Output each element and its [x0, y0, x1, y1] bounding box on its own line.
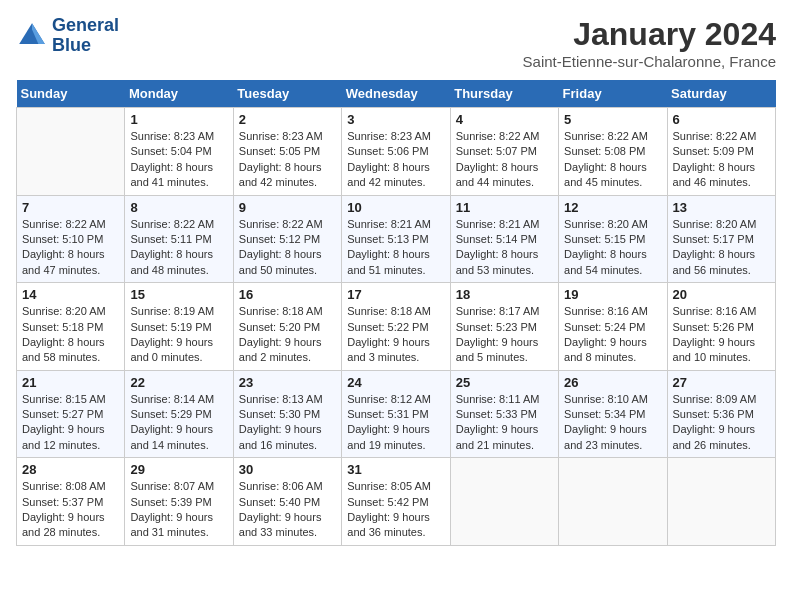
- calendar-cell: 25Sunrise: 8:11 AMSunset: 5:33 PMDayligh…: [450, 370, 558, 458]
- day-info: Sunrise: 8:17 AMSunset: 5:23 PMDaylight:…: [456, 304, 553, 366]
- day-number: 12: [564, 200, 661, 215]
- day-info: Sunrise: 8:23 AMSunset: 5:05 PMDaylight:…: [239, 129, 336, 191]
- calendar-cell: 11Sunrise: 8:21 AMSunset: 5:14 PMDayligh…: [450, 195, 558, 283]
- calendar-cell: 6Sunrise: 8:22 AMSunset: 5:09 PMDaylight…: [667, 108, 775, 196]
- page-header: General Blue January 2024 Saint-Etienne-…: [16, 16, 776, 70]
- day-info: Sunrise: 8:22 AMSunset: 5:12 PMDaylight:…: [239, 217, 336, 279]
- day-info: Sunrise: 8:20 AMSunset: 5:17 PMDaylight:…: [673, 217, 770, 279]
- calendar-cell: 19Sunrise: 8:16 AMSunset: 5:24 PMDayligh…: [559, 283, 667, 371]
- day-number: 9: [239, 200, 336, 215]
- day-number: 31: [347, 462, 444, 477]
- weekday-header: Tuesday: [233, 80, 341, 108]
- day-number: 14: [22, 287, 119, 302]
- calendar-cell: 30Sunrise: 8:06 AMSunset: 5:40 PMDayligh…: [233, 458, 341, 546]
- day-number: 10: [347, 200, 444, 215]
- calendar-table: SundayMondayTuesdayWednesdayThursdayFrid…: [16, 80, 776, 546]
- calendar-cell: [17, 108, 125, 196]
- day-number: 30: [239, 462, 336, 477]
- calendar-cell: [667, 458, 775, 546]
- day-number: 28: [22, 462, 119, 477]
- day-number: 3: [347, 112, 444, 127]
- weekday-header-row: SundayMondayTuesdayWednesdayThursdayFrid…: [17, 80, 776, 108]
- month-title: January 2024: [523, 16, 776, 53]
- calendar-cell: 16Sunrise: 8:18 AMSunset: 5:20 PMDayligh…: [233, 283, 341, 371]
- day-number: 25: [456, 375, 553, 390]
- day-info: Sunrise: 8:19 AMSunset: 5:19 PMDaylight:…: [130, 304, 227, 366]
- calendar-cell: 26Sunrise: 8:10 AMSunset: 5:34 PMDayligh…: [559, 370, 667, 458]
- weekday-header: Friday: [559, 80, 667, 108]
- weekday-header: Thursday: [450, 80, 558, 108]
- day-info: Sunrise: 8:06 AMSunset: 5:40 PMDaylight:…: [239, 479, 336, 541]
- day-number: 5: [564, 112, 661, 127]
- day-number: 11: [456, 200, 553, 215]
- calendar-cell: 14Sunrise: 8:20 AMSunset: 5:18 PMDayligh…: [17, 283, 125, 371]
- weekday-header: Monday: [125, 80, 233, 108]
- day-number: 2: [239, 112, 336, 127]
- location-subtitle: Saint-Etienne-sur-Chalaronne, France: [523, 53, 776, 70]
- calendar-cell: 12Sunrise: 8:20 AMSunset: 5:15 PMDayligh…: [559, 195, 667, 283]
- day-info: Sunrise: 8:07 AMSunset: 5:39 PMDaylight:…: [130, 479, 227, 541]
- day-info: Sunrise: 8:18 AMSunset: 5:22 PMDaylight:…: [347, 304, 444, 366]
- day-info: Sunrise: 8:10 AMSunset: 5:34 PMDaylight:…: [564, 392, 661, 454]
- calendar-cell: [450, 458, 558, 546]
- day-number: 18: [456, 287, 553, 302]
- day-info: Sunrise: 8:12 AMSunset: 5:31 PMDaylight:…: [347, 392, 444, 454]
- day-info: Sunrise: 8:21 AMSunset: 5:13 PMDaylight:…: [347, 217, 444, 279]
- day-info: Sunrise: 8:16 AMSunset: 5:26 PMDaylight:…: [673, 304, 770, 366]
- day-info: Sunrise: 8:22 AMSunset: 5:07 PMDaylight:…: [456, 129, 553, 191]
- day-number: 24: [347, 375, 444, 390]
- day-info: Sunrise: 8:20 AMSunset: 5:15 PMDaylight:…: [564, 217, 661, 279]
- calendar-cell: 9Sunrise: 8:22 AMSunset: 5:12 PMDaylight…: [233, 195, 341, 283]
- day-info: Sunrise: 8:22 AMSunset: 5:11 PMDaylight:…: [130, 217, 227, 279]
- day-info: Sunrise: 8:11 AMSunset: 5:33 PMDaylight:…: [456, 392, 553, 454]
- day-number: 23: [239, 375, 336, 390]
- calendar-cell: 20Sunrise: 8:16 AMSunset: 5:26 PMDayligh…: [667, 283, 775, 371]
- logo-icon: [16, 20, 48, 52]
- calendar-week-row: 28Sunrise: 8:08 AMSunset: 5:37 PMDayligh…: [17, 458, 776, 546]
- calendar-cell: 15Sunrise: 8:19 AMSunset: 5:19 PMDayligh…: [125, 283, 233, 371]
- day-number: 15: [130, 287, 227, 302]
- calendar-cell: 10Sunrise: 8:21 AMSunset: 5:13 PMDayligh…: [342, 195, 450, 283]
- day-info: Sunrise: 8:08 AMSunset: 5:37 PMDaylight:…: [22, 479, 119, 541]
- calendar-cell: 5Sunrise: 8:22 AMSunset: 5:08 PMDaylight…: [559, 108, 667, 196]
- logo: General Blue: [16, 16, 119, 56]
- day-info: Sunrise: 8:13 AMSunset: 5:30 PMDaylight:…: [239, 392, 336, 454]
- day-info: Sunrise: 8:22 AMSunset: 5:08 PMDaylight:…: [564, 129, 661, 191]
- day-info: Sunrise: 8:23 AMSunset: 5:04 PMDaylight:…: [130, 129, 227, 191]
- day-info: Sunrise: 8:05 AMSunset: 5:42 PMDaylight:…: [347, 479, 444, 541]
- day-info: Sunrise: 8:14 AMSunset: 5:29 PMDaylight:…: [130, 392, 227, 454]
- calendar-week-row: 1Sunrise: 8:23 AMSunset: 5:04 PMDaylight…: [17, 108, 776, 196]
- calendar-cell: 23Sunrise: 8:13 AMSunset: 5:30 PMDayligh…: [233, 370, 341, 458]
- day-number: 1: [130, 112, 227, 127]
- calendar-cell: 28Sunrise: 8:08 AMSunset: 5:37 PMDayligh…: [17, 458, 125, 546]
- day-info: Sunrise: 8:18 AMSunset: 5:20 PMDaylight:…: [239, 304, 336, 366]
- day-number: 7: [22, 200, 119, 215]
- calendar-cell: 4Sunrise: 8:22 AMSunset: 5:07 PMDaylight…: [450, 108, 558, 196]
- calendar-cell: 22Sunrise: 8:14 AMSunset: 5:29 PMDayligh…: [125, 370, 233, 458]
- calendar-cell: 27Sunrise: 8:09 AMSunset: 5:36 PMDayligh…: [667, 370, 775, 458]
- calendar-cell: [559, 458, 667, 546]
- day-number: 6: [673, 112, 770, 127]
- calendar-cell: 3Sunrise: 8:23 AMSunset: 5:06 PMDaylight…: [342, 108, 450, 196]
- calendar-cell: 1Sunrise: 8:23 AMSunset: 5:04 PMDaylight…: [125, 108, 233, 196]
- day-info: Sunrise: 8:15 AMSunset: 5:27 PMDaylight:…: [22, 392, 119, 454]
- calendar-cell: 31Sunrise: 8:05 AMSunset: 5:42 PMDayligh…: [342, 458, 450, 546]
- calendar-cell: 7Sunrise: 8:22 AMSunset: 5:10 PMDaylight…: [17, 195, 125, 283]
- day-info: Sunrise: 8:16 AMSunset: 5:24 PMDaylight:…: [564, 304, 661, 366]
- calendar-cell: 29Sunrise: 8:07 AMSunset: 5:39 PMDayligh…: [125, 458, 233, 546]
- day-info: Sunrise: 8:21 AMSunset: 5:14 PMDaylight:…: [456, 217, 553, 279]
- title-block: January 2024 Saint-Etienne-sur-Chalaronn…: [523, 16, 776, 70]
- calendar-cell: 18Sunrise: 8:17 AMSunset: 5:23 PMDayligh…: [450, 283, 558, 371]
- logo-text: General Blue: [52, 16, 119, 56]
- day-number: 27: [673, 375, 770, 390]
- day-number: 17: [347, 287, 444, 302]
- calendar-week-row: 7Sunrise: 8:22 AMSunset: 5:10 PMDaylight…: [17, 195, 776, 283]
- day-info: Sunrise: 8:22 AMSunset: 5:09 PMDaylight:…: [673, 129, 770, 191]
- day-info: Sunrise: 8:20 AMSunset: 5:18 PMDaylight:…: [22, 304, 119, 366]
- day-number: 8: [130, 200, 227, 215]
- day-number: 26: [564, 375, 661, 390]
- day-number: 16: [239, 287, 336, 302]
- day-number: 13: [673, 200, 770, 215]
- calendar-week-row: 21Sunrise: 8:15 AMSunset: 5:27 PMDayligh…: [17, 370, 776, 458]
- day-info: Sunrise: 8:09 AMSunset: 5:36 PMDaylight:…: [673, 392, 770, 454]
